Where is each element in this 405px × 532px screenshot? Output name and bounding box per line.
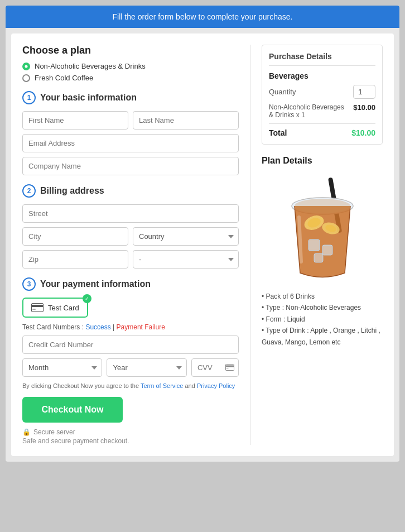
section-1-header: 1 Your basic information [22, 91, 239, 104]
section-3-title: Your payment information [40, 279, 151, 289]
bullet-4: Type of Drink : Apple , Orange , Litchi … [262, 325, 383, 348]
bullet-1: Pack of 6 Drinks [262, 291, 383, 302]
total-row: Total $10.00 [269, 128, 375, 137]
terms-middle: and [185, 382, 196, 389]
plan-bullets: Pack of 6 Drinks Type : Non-Alcoholic Be… [262, 291, 383, 348]
quantity-row: Quantity [269, 85, 375, 99]
privacy-link[interactable]: Privacy Policy [197, 382, 235, 389]
item-name: Non-Alcoholic Beverages & Drinks x 1 [269, 103, 347, 119]
secure-note: Safe and secure payment checkout. [22, 437, 239, 445]
section-2-header: 2 Billing address [22, 184, 239, 198]
svg-rect-4 [225, 365, 234, 367]
terms-prefix: By clicking Checkout Now you agree to th… [22, 382, 141, 389]
right-panel: Purchase Details Beverages Quantity Non-… [250, 45, 383, 445]
credit-card-input[interactable] [22, 336, 239, 354]
card-icon [31, 303, 44, 312]
quantity-input[interactable] [353, 85, 375, 99]
country-select[interactable]: Country United States United Kingdom Can… [133, 227, 239, 246]
lock-icon: 🔒 [22, 428, 31, 436]
total-price: $10.00 [351, 128, 375, 137]
drink-illustration [278, 172, 367, 284]
item-row: Non-Alcoholic Beverages & Drinks x 1 $10… [269, 103, 375, 124]
name-row [22, 111, 239, 130]
section-3-number: 3 [22, 277, 36, 291]
bullet-3: Form : Liquid [262, 314, 383, 325]
test-card-numbers-row: Test Card Numbers : Success | Payment Fa… [22, 323, 239, 331]
cvv-card-icon [225, 363, 234, 372]
test-card-prefix: Test Card Numbers : [22, 323, 85, 331]
svg-rect-1 [31, 305, 44, 307]
beverages-label: Beverages [269, 71, 375, 80]
section-2-title: Billing address [40, 186, 104, 196]
svg-rect-15 [314, 253, 323, 262]
email-row [22, 134, 239, 152]
city-country-row: Country United States United Kingdom Can… [22, 227, 239, 246]
svg-rect-14 [322, 245, 332, 255]
company-input[interactable] [22, 157, 239, 175]
tos-link[interactable]: Term of Service [141, 382, 183, 389]
failure-link[interactable]: Payment Failure [117, 323, 165, 331]
plan-label-1: Non-Alcoholic Beverages & Drinks [35, 62, 146, 70]
zip-input[interactable] [22, 250, 128, 269]
street-input[interactable] [22, 204, 239, 223]
svg-rect-0 [32, 304, 44, 312]
plan-details-title: Plan Details [262, 156, 383, 166]
quantity-label: Quantity [269, 88, 296, 96]
cc-number-row [22, 336, 239, 354]
section-2-number: 2 [22, 184, 36, 198]
plan-option-2[interactable]: Fresh Cold Coffee [22, 74, 239, 82]
svg-rect-2 [32, 309, 36, 310]
bullet-2: Type : Non-Alcoholic Beverages [262, 302, 383, 313]
checkout-button[interactable]: Checkout Now [22, 397, 123, 423]
left-panel: Choose a plan Non-Alcoholic Beverages & … [22, 45, 250, 445]
card-label: Test Card [48, 304, 79, 312]
cvv-wrap [191, 358, 239, 377]
choose-plan-title: Choose a plan [22, 45, 239, 56]
total-label: Total [269, 128, 287, 137]
email-input[interactable] [22, 134, 239, 152]
plan-option-1[interactable]: Non-Alcoholic Beverages & Drinks [22, 62, 239, 70]
section-1-title: Your basic information [40, 93, 137, 103]
purchase-details-box: Purchase Details Beverages Quantity Non-… [262, 45, 383, 145]
month-select[interactable]: Month 01 02 03 04 05 06 07 08 09 10 11 1… [22, 358, 102, 377]
city-input[interactable] [22, 227, 128, 246]
plan-label-2: Fresh Cold Coffee [35, 74, 93, 82]
main-content: Choose a plan Non-Alcoholic Beverages & … [11, 33, 394, 456]
company-row [22, 157, 239, 175]
street-row [22, 204, 239, 223]
zip-row: - [22, 250, 239, 269]
radio-cold-coffee[interactable] [22, 74, 30, 82]
svg-point-8 [295, 199, 350, 213]
test-card-option[interactable]: Test Card ✓ [22, 298, 88, 318]
first-name-input[interactable] [22, 111, 128, 130]
secure-server-text: Secure server [33, 428, 75, 436]
success-link[interactable]: Success [85, 323, 110, 331]
drink-image-container [262, 172, 383, 284]
section-3-header: 3 Your payment information [22, 277, 239, 291]
last-name-input[interactable] [133, 111, 239, 130]
banner-text: Fill the order form below to complete yo… [113, 12, 293, 21]
top-banner: Fill the order form below to complete yo… [6, 6, 399, 28]
purchase-details-title: Purchase Details [269, 52, 375, 66]
state-select[interactable]: - [133, 250, 239, 269]
section-1-number: 1 [22, 91, 36, 104]
card-check-badge: ✓ [83, 294, 91, 303]
radio-non-alcoholic[interactable] [22, 63, 30, 70]
secure-server-row: 🔒 Secure server [22, 428, 239, 436]
item-price: $10.00 [353, 103, 375, 112]
svg-rect-13 [308, 239, 320, 251]
page-wrapper: Fill the order form below to complete yo… [6, 6, 399, 462]
cvv-row: Month 01 02 03 04 05 06 07 08 09 10 11 1… [22, 358, 239, 377]
year-select[interactable]: Year 2024 2025 2026 2027 2028 [107, 358, 186, 377]
svg-rect-3 [226, 364, 234, 370]
svg-rect-5 [226, 368, 229, 369]
terms-text: By clicking Checkout Now you agree to th… [22, 382, 239, 389]
